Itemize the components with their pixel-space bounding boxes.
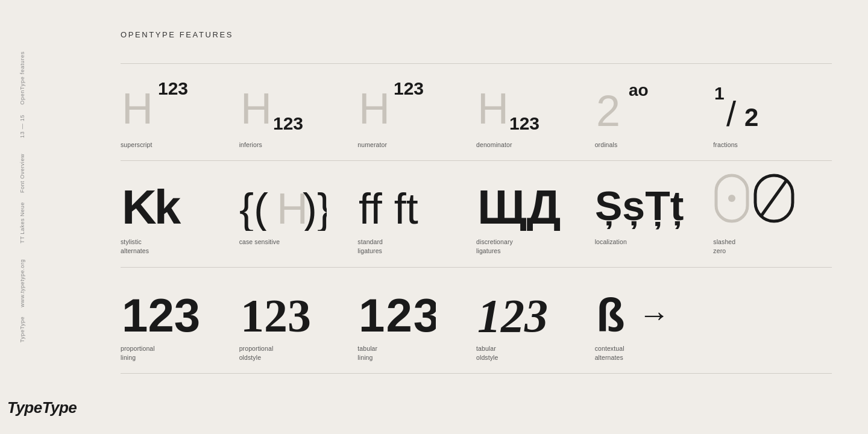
- svg-text:/: /: [726, 94, 737, 131]
- svg-text:123: 123: [241, 289, 311, 336]
- feature-tabular-lining: 123 tabularlining: [357, 268, 476, 373]
- feature-empty: [713, 268, 832, 373]
- tabular-lining-label: tabularlining: [357, 344, 467, 362]
- svg-text:H: H: [359, 84, 390, 131]
- slashed-zero-label: slashedzero: [713, 237, 823, 256]
- feature-superscript: H 123 superscript: [121, 64, 239, 160]
- page-header: OPENTYPE FEATURES: [121, 30, 832, 39]
- svg-text:{(: {(: [239, 184, 268, 231]
- proportional-oldstyle-label: proportionaloldstyle: [239, 344, 349, 362]
- numerator-label: numerator: [357, 140, 467, 149]
- proportional-lining-label: proportionallining: [121, 344, 230, 362]
- feature-numerator: H 123 numerator: [357, 64, 476, 160]
- svg-text:ȘșȚț: ȘșȚț: [595, 183, 684, 230]
- case-sensitive-symbol: {( H )}: [239, 172, 349, 229]
- svg-text:ЩД: ЩД: [477, 180, 561, 231]
- contextual-alternates-symbol: ß →: [595, 278, 705, 336]
- superscript-label: superscript: [121, 140, 230, 149]
- tabular-oldstyle-label: tabularoldstyle: [476, 344, 586, 362]
- svg-text:)}: )}: [303, 184, 327, 231]
- feature-proportional-oldstyle: 123 proportionaloldstyle: [239, 268, 358, 373]
- slashed-zero-symbol: [713, 172, 823, 229]
- svg-line-23: [761, 180, 787, 216]
- svg-text:123: 123: [359, 289, 436, 336]
- feature-denominator: H 123 denominator: [476, 64, 595, 160]
- page-indicator: 13 — 15 OpenType features: [18, 51, 27, 138]
- features-row-2: Kk stylisticalternates {( H )} case se: [121, 160, 832, 266]
- svg-text:123: 123: [477, 289, 548, 336]
- svg-text:2: 2: [744, 103, 758, 131]
- svg-text:123: 123: [158, 78, 188, 98]
- feature-contextual-alternates: ß → contextualalternates: [595, 268, 714, 373]
- feature-stylistic-alternates: Kk stylisticalternates: [121, 161, 239, 266]
- svg-point-21: [728, 195, 735, 202]
- case-sensitive-label: case sensitive: [239, 237, 349, 247]
- localization-label: localization: [595, 237, 705, 247]
- feature-localization: ȘșȚț localization: [595, 161, 714, 266]
- numerator-symbol: H 123: [357, 75, 467, 132]
- stylistic-alternates-symbol: Kk: [121, 172, 230, 229]
- empty-symbol: [713, 278, 823, 336]
- feature-case-sensitive: {( H )} case sensitive: [239, 161, 358, 266]
- svg-text:Kk: Kk: [122, 180, 181, 231]
- feature-slashed-zero: slashedzero: [713, 161, 832, 266]
- denominator-label: denominator: [476, 140, 586, 149]
- svg-text:H: H: [122, 84, 153, 131]
- font-name-label: TT Lakes Neue Font Overview: [18, 154, 27, 244]
- svg-text:ß: ß: [596, 289, 625, 336]
- feature-fractions: 1 / 2 fractions: [713, 64, 832, 160]
- svg-text:123: 123: [394, 78, 424, 98]
- svg-text:→: →: [638, 297, 670, 332]
- stylistic-alternates-label: stylisticalternates: [121, 237, 230, 256]
- discretionary-ligatures-symbol: ЩД: [476, 172, 586, 229]
- features-row-3: 123 proportionallining 123 proportionalo…: [121, 267, 832, 374]
- feature-tabular-oldstyle: 123 tabularoldstyle: [476, 268, 595, 373]
- inferiors-symbol: H 123: [239, 75, 349, 132]
- feature-ordinals: 2 ao ordinals: [595, 64, 714, 160]
- svg-text:2: 2: [596, 87, 620, 131]
- svg-text:123: 123: [509, 113, 539, 131]
- page: 13 — 15 OpenType features TT Lakes Neue …: [0, 0, 868, 434]
- feature-inferiors: H 123 inferiors: [239, 64, 358, 160]
- tabular-oldstyle-symbol: 123: [476, 278, 586, 336]
- proportional-lining-symbol: 123: [121, 278, 230, 336]
- svg-text:ff ft: ff ft: [359, 184, 418, 231]
- fractions-label: fractions: [713, 140, 823, 149]
- ordinals-label: ordinals: [595, 140, 705, 149]
- denominator-symbol: H 123: [476, 75, 586, 132]
- features-table: H 123 superscript H 123 inferiors: [121, 63, 832, 374]
- svg-text:ao: ao: [629, 81, 649, 99]
- tabular-lining-symbol: 123: [357, 278, 467, 336]
- standard-ligatures-symbol: ff ft: [357, 172, 467, 229]
- svg-text:H: H: [477, 84, 509, 131]
- svg-text:123: 123: [273, 113, 303, 131]
- page-title: OPENTYPE FEATURES: [121, 30, 832, 39]
- feature-proportional-lining: 123 proportionallining: [121, 268, 239, 373]
- fractions-symbol: 1 / 2: [713, 75, 823, 132]
- ordinals-symbol: 2 ao: [595, 75, 705, 132]
- svg-text:123: 123: [122, 289, 199, 336]
- sidebar: 13 — 15 OpenType features TT Lakes Neue …: [0, 0, 54, 434]
- localization-symbol: ȘșȚț: [595, 172, 705, 229]
- main-content: OPENTYPE FEATURES H 123 superscript: [54, 0, 868, 434]
- contextual-alternates-label: contextualalternates: [595, 344, 705, 362]
- svg-text:H: H: [241, 84, 272, 131]
- svg-text:1: 1: [714, 83, 725, 103]
- discretionary-ligatures-label: discretionaryligatures: [476, 237, 586, 256]
- inferiors-label: inferiors: [239, 140, 349, 149]
- company-label: TypeType www.typetype.org: [18, 259, 27, 342]
- proportional-oldstyle-symbol: 123: [239, 278, 349, 336]
- feature-discretionary-ligatures: ЩД discretionaryligatures: [476, 161, 595, 266]
- features-row-1: H 123 superscript H 123 inferiors: [121, 63, 832, 160]
- standard-ligatures-label: standardligatures: [357, 237, 467, 256]
- feature-standard-ligatures: ff ft standardligatures: [357, 161, 476, 266]
- superscript-symbol: H 123: [121, 75, 230, 132]
